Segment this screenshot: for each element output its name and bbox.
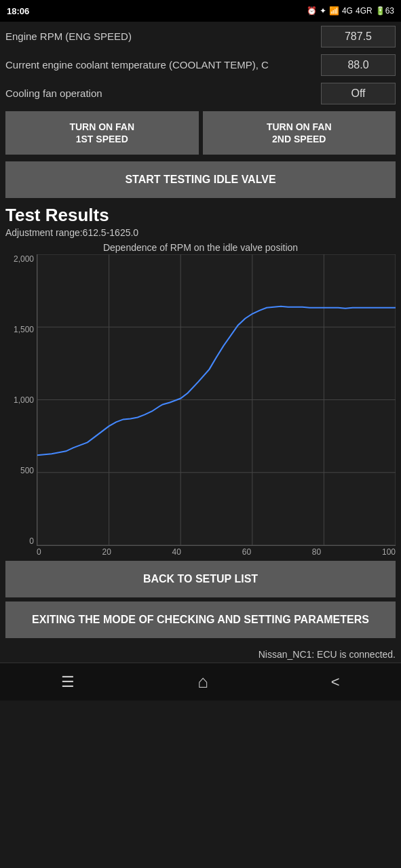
exit-mode-button[interactable]: EXITING THE MODE OF CHECKING AND SETTING… <box>5 601 396 638</box>
y-label-1500: 1,500 <box>14 325 34 334</box>
x-label-60: 60 <box>242 547 251 557</box>
chart-svg <box>37 254 396 545</box>
nav-bar: ☰ ⌂ < <box>0 663 401 701</box>
bluetooth-icon: ✦ <box>320 6 326 16</box>
chart-container: Dependence of RPM on the idle valve posi… <box>5 242 396 557</box>
status-bar: 18:06 ⏰ ✦ 📶 4G 4GR 🔋63 <box>0 0 401 22</box>
x-label-100: 100 <box>382 547 396 557</box>
network-4g-icon: 4G <box>342 6 353 16</box>
engine-rpm-row: Engine RPM (ENG SPEED) 787.5 <box>5 26 396 47</box>
y-label-500: 500 <box>20 466 34 475</box>
x-axis: 0 20 40 60 80 100 <box>5 546 396 557</box>
engine-rpm-value: 787.5 <box>321 26 396 47</box>
y-axis: 2,000 1,500 1,000 500 0 <box>5 254 37 546</box>
status-icons: ⏰ ✦ 📶 4G 4GR 🔋63 <box>307 6 394 16</box>
coolant-temp-label: Current engine coolant temperature (COOL… <box>5 58 321 72</box>
cooling-fan-label: Cooling fan operation <box>5 87 321 100</box>
alarm-icon: ⏰ <box>307 6 317 16</box>
network-4gr-icon: 4GR <box>356 6 373 16</box>
coolant-temp-row: Current engine coolant temperature (COOL… <box>5 54 396 76</box>
chart-title: Dependence of RPM on the idle valve posi… <box>5 242 396 253</box>
adjustment-range: Adjustment range:612.5-1625.0 <box>5 227 396 238</box>
x-label-40: 40 <box>172 547 181 557</box>
menu-icon[interactable]: ☰ <box>47 668 88 696</box>
cooling-fan-value: Off <box>321 83 396 104</box>
x-label-20: 20 <box>102 547 111 557</box>
chart-wrap: 2,000 1,500 1,000 500 0 <box>5 254 396 546</box>
engine-rpm-label: Engine RPM (ENG SPEED) <box>5 30 321 43</box>
signal-icon: 📶 <box>329 6 339 16</box>
turn-on-fan-2nd-button[interactable]: TURN ON FAN 2ND SPEED <box>203 111 396 155</box>
x-label-0: 0 <box>37 547 41 557</box>
back-icon[interactable]: < <box>318 668 354 696</box>
turn-on-fan-1st-button[interactable]: TURN ON FAN 1ST SPEED <box>5 111 199 155</box>
start-testing-idle-valve-button[interactable]: START TESTING IDLE VALVE <box>5 161 396 198</box>
cooling-fan-row: Cooling fan operation Off <box>5 83 396 104</box>
coolant-temp-value: 88.0 <box>321 54 396 76</box>
main-content: Engine RPM (ENG SPEED) 787.5 Current eng… <box>0 22 401 646</box>
y-label-1000: 1,000 <box>14 395 34 405</box>
x-label-80: 80 <box>312 547 321 557</box>
home-icon[interactable]: ⌂ <box>184 666 222 698</box>
y-label-2000: 2,000 <box>14 254 34 264</box>
y-label-0: 0 <box>29 536 34 546</box>
back-to-setup-list-button[interactable]: BACK TO SETUP LIST <box>5 561 396 597</box>
fan-buttons-row: TURN ON FAN 1ST SPEED TURN ON FAN 2ND SP… <box>5 111 396 155</box>
battery-icon: 🔋63 <box>375 6 394 16</box>
chart-area <box>37 254 396 546</box>
ecu-status-message: Nissan_NC1: ECU is connected. <box>0 646 401 663</box>
test-results-title: Test Results <box>5 205 396 226</box>
time: 18:06 <box>7 6 29 16</box>
